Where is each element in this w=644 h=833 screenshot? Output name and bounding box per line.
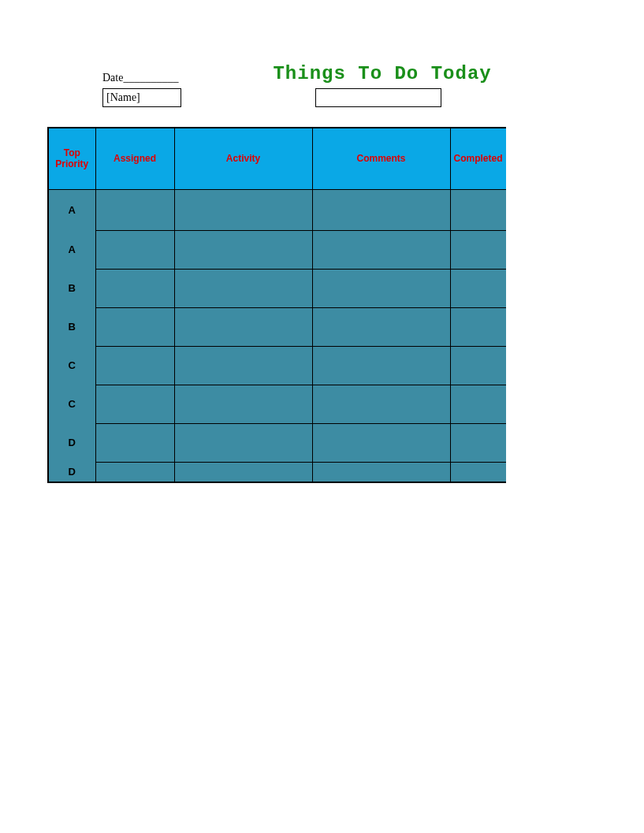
cell-priority[interactable]: A bbox=[48, 230, 95, 269]
cell-priority[interactable]: B bbox=[48, 307, 95, 346]
cell-activity[interactable] bbox=[174, 423, 312, 462]
cell-activity[interactable] bbox=[174, 189, 312, 230]
col-header-activity: Activity bbox=[174, 128, 312, 189]
date-label: Date__________ bbox=[102, 72, 178, 84]
cell-completed[interactable] bbox=[450, 230, 506, 269]
cell-assigned[interactable] bbox=[95, 385, 174, 423]
todo-table: Top Priority Assigned Activity Comments … bbox=[47, 127, 506, 483]
col-header-completed: Completed bbox=[450, 128, 506, 189]
cell-assigned[interactable] bbox=[95, 230, 174, 269]
col-header-comments: Comments bbox=[312, 128, 450, 189]
cell-comments[interactable] bbox=[312, 230, 450, 269]
cell-completed[interactable] bbox=[450, 269, 506, 307]
cell-priority[interactable]: A bbox=[48, 189, 95, 230]
cell-priority[interactable]: D bbox=[48, 423, 95, 462]
cell-comments[interactable] bbox=[312, 346, 450, 385]
cell-comments[interactable] bbox=[312, 269, 450, 307]
cell-comments[interactable] bbox=[312, 385, 450, 423]
col-header-priority: Top Priority bbox=[48, 128, 95, 189]
cell-completed[interactable] bbox=[450, 462, 506, 482]
cell-comments[interactable] bbox=[312, 423, 450, 462]
cell-activity[interactable] bbox=[174, 307, 312, 346]
blank-input[interactable] bbox=[315, 88, 441, 107]
cell-activity[interactable] bbox=[174, 385, 312, 423]
table-row: D bbox=[48, 462, 506, 482]
cell-priority[interactable]: D bbox=[48, 462, 95, 482]
cell-assigned[interactable] bbox=[95, 462, 174, 482]
table-row: A bbox=[48, 189, 506, 230]
col-header-assigned: Assigned bbox=[95, 128, 174, 189]
table-header-row: Top Priority Assigned Activity Comments … bbox=[48, 128, 506, 189]
cell-completed[interactable] bbox=[450, 307, 506, 346]
table-row: B bbox=[48, 269, 506, 307]
cell-activity[interactable] bbox=[174, 346, 312, 385]
cell-priority[interactable]: C bbox=[48, 385, 95, 423]
cell-completed[interactable] bbox=[450, 189, 506, 230]
cell-priority[interactable]: C bbox=[48, 346, 95, 385]
cell-comments[interactable] bbox=[312, 462, 450, 482]
table-row: C bbox=[48, 385, 506, 423]
page-title: Things To Do Today bbox=[273, 63, 491, 84]
table-row: C bbox=[48, 346, 506, 385]
cell-comments[interactable] bbox=[312, 307, 450, 346]
cell-completed[interactable] bbox=[450, 423, 506, 462]
cell-assigned[interactable] bbox=[95, 307, 174, 346]
cell-activity[interactable] bbox=[174, 269, 312, 307]
cell-priority[interactable]: B bbox=[48, 269, 95, 307]
cell-activity[interactable] bbox=[174, 462, 312, 482]
cell-assigned[interactable] bbox=[95, 269, 174, 307]
cell-completed[interactable] bbox=[450, 385, 506, 423]
name-input[interactable]: [Name] bbox=[102, 88, 181, 107]
cell-activity[interactable] bbox=[174, 230, 312, 269]
table-row: B bbox=[48, 307, 506, 346]
table-row: A bbox=[48, 230, 506, 269]
table-row: D bbox=[48, 423, 506, 462]
cell-comments[interactable] bbox=[312, 189, 450, 230]
cell-assigned[interactable] bbox=[95, 189, 174, 230]
cell-assigned[interactable] bbox=[95, 346, 174, 385]
cell-assigned[interactable] bbox=[95, 423, 174, 462]
cell-completed[interactable] bbox=[450, 346, 506, 385]
